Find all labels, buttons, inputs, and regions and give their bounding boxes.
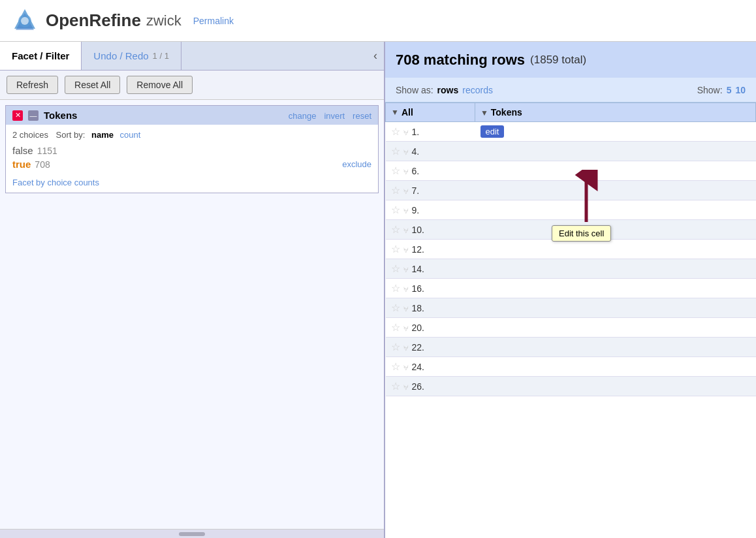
sort-count-link[interactable]: count — [120, 130, 141, 140]
refresh-button[interactable]: Refresh — [7, 76, 58, 94]
data-table: ▼ All ▼ Tokens ☆ ⍱ 1. — [385, 103, 756, 396]
td-all: ☆ ⍱ 1. — [386, 122, 475, 142]
left-panel: Facet / Filter Undo / Redo 1 / 1 ‹ Refre… — [0, 42, 385, 538]
td-tokens — [475, 161, 756, 181]
table-row: ☆ ⍱ 14. — [386, 259, 756, 279]
show-records-option[interactable]: records — [462, 85, 493, 95]
flag-icon[interactable]: ⍱ — [403, 302, 409, 314]
table-row: ☆ ⍱ 1. edit — [386, 122, 756, 142]
facet-choice-false: false 1151 — [12, 145, 371, 156]
table-row: ☆ ⍱ 7. — [386, 181, 756, 200]
row-number: 26. — [412, 381, 432, 392]
facet-by-choice-counts-link[interactable]: Facet by choice counts — [12, 178, 99, 187]
star-icon[interactable]: ☆ — [391, 223, 400, 236]
row-number: 22. — [412, 342, 432, 353]
choice-label-true[interactable]: true — [12, 159, 31, 170]
remove-all-button[interactable]: Remove All — [127, 76, 193, 94]
col-all-header: ▼ All — [386, 103, 475, 122]
app-header: OpenRefine zwick Permalink — [0, 0, 756, 42]
td-all: ☆ ⍱ 14. — [386, 259, 475, 279]
show-10-option[interactable]: 10 — [735, 85, 746, 95]
star-icon[interactable]: ☆ — [391, 165, 400, 177]
facet-sort-row: 2 choices Sort by: name count — [12, 130, 371, 140]
flag-icon[interactable]: ⍱ — [403, 283, 409, 294]
flag-icon[interactable]: ⍱ — [403, 165, 409, 177]
flag-icon[interactable]: ⍱ — [403, 146, 409, 157]
table-row: ☆ ⍱ 4. — [386, 142, 756, 161]
flag-icon[interactable]: ⍱ — [403, 185, 409, 197]
star-icon[interactable]: ☆ — [391, 341, 400, 353]
row-number: 7. — [412, 185, 432, 196]
col-tokens-arrow[interactable]: ▼ — [480, 108, 488, 118]
td-tokens — [475, 240, 756, 259]
tab-undo-redo[interactable]: Undo / Redo 1 / 1 — [82, 42, 181, 70]
star-icon[interactable]: ☆ — [391, 125, 400, 138]
td-all: ☆ ⍱ 18. — [386, 298, 475, 318]
row-number: 16. — [412, 283, 432, 294]
td-tokens — [475, 377, 756, 396]
row-number: 4. — [412, 146, 432, 157]
td-tokens — [475, 298, 756, 318]
show-count-label: Show: — [697, 85, 723, 95]
facet-close-button[interactable]: ✕ — [12, 110, 23, 121]
table-row: ☆ ⍱ 18. — [386, 298, 756, 318]
row-number: 24. — [412, 362, 432, 372]
flag-icon[interactable]: ⍱ — [403, 263, 409, 275]
show-rows-option[interactable]: rows — [437, 85, 459, 95]
col-all-arrow[interactable]: ▼ — [391, 108, 399, 117]
exclude-link[interactable]: exclude — [342, 159, 371, 169]
edit-cell-button[interactable]: edit — [480, 125, 505, 138]
show-5-option[interactable]: 5 — [727, 85, 732, 95]
reset-all-button[interactable]: Reset All — [65, 76, 120, 94]
table-row: ☆ ⍱ 10. — [386, 220, 756, 240]
td-tokens — [475, 338, 756, 357]
td-all: ☆ ⍱ 6. — [386, 161, 475, 181]
flag-icon[interactable]: ⍱ — [403, 322, 409, 334]
star-icon[interactable]: ☆ — [391, 380, 400, 392]
tab-facet-filter[interactable]: Facet / Filter — [0, 42, 82, 70]
td-tokens — [475, 200, 756, 220]
right-panel: 708 matching rows (1859 total) Show as: … — [385, 42, 756, 538]
facet-header: ✕ — Tokens change invert reset — [6, 106, 378, 125]
star-icon[interactable]: ☆ — [391, 243, 400, 255]
facet-reset-link[interactable]: reset — [353, 111, 371, 121]
flag-icon[interactable]: ⍱ — [403, 361, 409, 373]
collapse-panel-button[interactable]: ‹ — [367, 42, 384, 70]
flag-icon[interactable]: ⍱ — [403, 381, 409, 392]
star-icon[interactable]: ☆ — [391, 360, 400, 373]
star-icon[interactable]: ☆ — [391, 145, 400, 157]
td-tokens — [475, 142, 756, 161]
facet-title: Tokens — [44, 110, 278, 121]
row-number: 6. — [412, 166, 432, 176]
flag-icon[interactable]: ⍱ — [403, 244, 409, 255]
choice-label-false[interactable]: false — [12, 145, 33, 156]
star-icon[interactable]: ☆ — [391, 204, 400, 216]
left-panel-scrollbar[interactable] — [0, 529, 384, 538]
star-icon[interactable]: ☆ — [391, 184, 400, 197]
flag-icon[interactable]: ⍱ — [403, 126, 409, 138]
star-icon[interactable]: ☆ — [391, 321, 400, 334]
row-number: 18. — [412, 303, 432, 313]
td-tokens — [475, 259, 756, 279]
facet-invert-link[interactable]: invert — [324, 111, 345, 121]
flag-icon[interactable]: ⍱ — [403, 224, 409, 236]
star-icon[interactable]: ☆ — [391, 282, 400, 294]
table-row: ☆ ⍱ 26. — [386, 377, 756, 396]
facet-change-link[interactable]: change — [289, 111, 317, 121]
star-icon[interactable]: ☆ — [391, 262, 400, 275]
facet-panel: ✕ — Tokens change invert reset 2 choices… — [0, 100, 384, 529]
star-icon[interactable]: ☆ — [391, 302, 400, 314]
total-rows-label: (1859 total) — [530, 54, 586, 67]
col-tokens-label: Tokens — [491, 107, 522, 118]
sort-name-active[interactable]: name — [91, 130, 114, 140]
td-all: ☆ ⍱ 10. — [386, 220, 475, 240]
col-all-label: All — [402, 107, 413, 118]
facet-body: 2 choices Sort by: name count false 1151… — [6, 125, 378, 193]
permalink-link[interactable]: Permalink — [193, 16, 234, 26]
flag-icon[interactable]: ⍱ — [403, 341, 409, 353]
td-all: ☆ ⍱ 12. — [386, 240, 475, 259]
facet-minimize-button[interactable]: — — [28, 110, 39, 121]
td-tokens — [475, 318, 756, 338]
row-number: 9. — [412, 205, 432, 215]
flag-icon[interactable]: ⍱ — [403, 204, 409, 216]
